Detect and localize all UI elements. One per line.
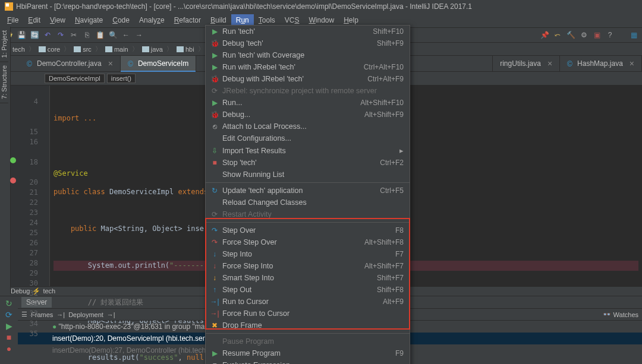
stop-icon[interactable]: ■: [7, 332, 11, 342]
crumb-method[interactable]: insert(): [107, 74, 136, 83]
run-menu-item[interactable]: 🐞Debug with JRebel 'tech'Ctrl+Alt+F9: [206, 73, 410, 85]
menu-analyze[interactable]: Analyze: [134, 14, 169, 26]
run-menu-item[interactable]: ▶Run...Alt+Shift+F10: [206, 97, 410, 109]
run-menu-item[interactable]: ↑Step OutShift+F8: [206, 284, 410, 296]
run-menu-item[interactable]: Edit Configurations...: [206, 132, 410, 144]
editor-tab-2[interactable]: ringUtils.java ×: [492, 56, 560, 71]
run-menu-item[interactable]: ▶Resume ProgramF9: [206, 347, 410, 359]
run-menu-item[interactable]: →|Force Run to Cursor: [206, 308, 410, 319]
run-menu-item[interactable]: ▶Run 'tech'Shift+F10: [206, 26, 410, 37]
run-menu-item[interactable]: Reload Changed Classes: [206, 197, 410, 208]
menu-item-label: Debug 'tech': [222, 39, 263, 48]
bc-2[interactable]: src: [74, 46, 92, 53]
menu-navigate[interactable]: Navigate: [70, 14, 108, 26]
run-menu-item[interactable]: Show Running List: [206, 169, 410, 181]
run-menu-item[interactable]: ↷Force Step OverAlt+Shift+F8: [206, 236, 410, 248]
undo2-icon[interactable]: ⤺: [553, 30, 562, 40]
resume-icon[interactable]: ▶: [6, 321, 12, 331]
run-menu-item[interactable]: ▶Run with JRebel 'tech'Ctrl+Alt+F10: [206, 61, 410, 73]
run-menu-item[interactable]: 🐞Debug 'tech'Shift+F9: [206, 37, 410, 49]
menu-item-icon: ⟳: [209, 210, 220, 219]
menu-item-label: Smart Step Into: [222, 274, 274, 282]
menu-code[interactable]: Code: [108, 14, 134, 26]
menu-refactor[interactable]: Refactor: [169, 14, 206, 26]
run-menu-item[interactable]: ■Stop 'tech'Ctrl+F2: [206, 157, 410, 169]
crumb-class[interactable]: DemoServiceImpl: [45, 74, 105, 83]
run-menu-item[interactable]: ↓Step IntoF7: [206, 248, 410, 260]
menu-vcs[interactable]: VCS: [280, 14, 304, 26]
sync-icon[interactable]: 🔄: [30, 30, 39, 40]
menu-item-label: Step Out: [222, 286, 251, 294]
menu-window[interactable]: Window: [304, 14, 339, 26]
close-icon[interactable]: ×: [630, 59, 634, 68]
menu-separator: [206, 333, 410, 334]
deployment-label[interactable]: Deployment: [68, 311, 103, 318]
redo-icon[interactable]: ↷: [56, 30, 65, 40]
run-marker-icon[interactable]: [10, 157, 16, 163]
window-title: HbiParent - [D:\repo-hand\repo-tech\tech…: [16, 2, 472, 11]
back-icon[interactable]: ←: [121, 30, 131, 40]
close-icon[interactable]: ×: [108, 59, 113, 68]
menu-edit[interactable]: Edit: [23, 14, 45, 26]
menu-item-label: Stop 'tech': [222, 159, 257, 167]
folder-icon: [39, 46, 46, 52]
bc-3[interactable]: main: [105, 46, 128, 53]
menu-run[interactable]: Run: [231, 14, 254, 26]
menu-help[interactable]: Help: [339, 14, 363, 26]
menu-item-icon: ■: [209, 159, 220, 167]
menu-item-icon: ✖: [209, 321, 220, 330]
fwd-icon[interactable]: →: [134, 30, 144, 40]
menu-file[interactable]: File: [2, 14, 23, 26]
run-menu-item[interactable]: ⇩Import Test Results▸: [206, 144, 410, 157]
conf-icon[interactable]: ⚙: [579, 30, 588, 40]
help-icon[interactable]: ?: [605, 30, 615, 40]
cut-icon[interactable]: ✂: [69, 30, 78, 40]
run-menu-item[interactable]: ↻Update 'tech' applicationCtrl+F5: [206, 185, 410, 197]
bc-5[interactable]: hbi: [177, 46, 194, 53]
menu-tools[interactable]: Tools: [254, 14, 280, 26]
paste-icon[interactable]: 📋: [95, 30, 105, 40]
tab-structure[interactable]: 7: Structure: [0, 62, 8, 103]
bc-4[interactable]: java: [142, 46, 163, 53]
run-menu-item[interactable]: ↷Step OverF8: [206, 224, 410, 236]
find-icon[interactable]: 🔍: [108, 30, 118, 40]
undo-icon[interactable]: ↶: [43, 30, 52, 40]
menu-build[interactable]: Build: [206, 14, 231, 26]
pin-icon[interactable]: 📌: [540, 30, 549, 40]
hammer-icon[interactable]: 🔨: [566, 30, 575, 40]
menu-item-icon: ⟳: [209, 87, 220, 95]
debug2-icon[interactable]: ▣: [592, 30, 602, 40]
run-menu: ▶Run 'tech'Shift+F10🐞Debug 'tech'Shift+F…: [205, 25, 410, 364]
breakpoint-icon[interactable]: [10, 178, 16, 183]
menu-item-label: Import Test Results: [222, 147, 286, 155]
view-bp-icon[interactable]: ●: [7, 343, 11, 353]
run-menu-item[interactable]: ≡Evaluate Expression...: [206, 359, 410, 364]
menu-item-label: Run with JRebel 'tech': [222, 63, 295, 71]
menu-item-label: Reload Changed Classes: [222, 198, 307, 207]
menu-view[interactable]: View: [45, 14, 70, 26]
run-menu-item[interactable]: ↓Force Step IntoAlt+Shift+F7: [206, 260, 410, 272]
save-icon[interactable]: 💾: [17, 30, 26, 40]
editor-tab-3[interactable]: © HashMap.java ×: [560, 56, 642, 71]
tab-project[interactable]: 1: Project: [0, 27, 8, 62]
run-menu-item[interactable]: 🐞Debug...Alt+Shift+F9: [206, 109, 410, 121]
line-gutter: 4 15 16 18 20 21 22 23 24 25 26 27 28 29…: [11, 86, 42, 286]
run-menu-item[interactable]: →|Run to CursorAlt+F9: [206, 296, 410, 308]
menu-item-label: Force Step Over: [222, 238, 277, 246]
menu-item-icon: ▶: [209, 349, 220, 357]
run-menu-item[interactable]: ▶Run 'tech' with Coverage: [206, 49, 410, 61]
editor-tab-0[interactable]: © DemoController.java ×: [20, 56, 121, 71]
menu-item-icon: ↻: [209, 186, 220, 195]
editor-tab-1[interactable]: © DemoServiceIm: [121, 56, 196, 71]
watches-label[interactable]: Watches: [613, 311, 638, 318]
run-menu-item[interactable]: ⎋Attach to Local Process...: [206, 121, 410, 132]
copy-icon[interactable]: ⎘: [82, 30, 92, 40]
run-menu-item[interactable]: ✖Drop Frame: [206, 319, 410, 331]
run-menu-item[interactable]: ↓Smart Step IntoShift+F7: [206, 272, 410, 284]
menu-item-label: Run...: [222, 99, 242, 107]
bc-1[interactable]: core: [39, 46, 60, 53]
layout-icon[interactable]: ▦: [629, 30, 638, 40]
menu-item-label: Debug...: [222, 110, 250, 119]
menu-item-label: Run 'tech': [222, 27, 255, 36]
close-icon[interactable]: ×: [547, 59, 552, 68]
